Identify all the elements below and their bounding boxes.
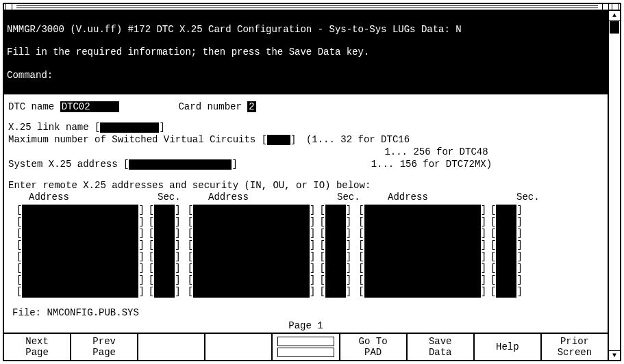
scroll-thumb[interactable] xyxy=(610,21,619,34)
fkey-2[interactable]: PrevPage xyxy=(71,334,138,360)
max-svc-label: Maximum number of Switched Virtual Circu… xyxy=(8,134,262,145)
col-address-3: Address xyxy=(388,192,516,203)
address-field[interactable]: [] xyxy=(358,205,486,216)
fkey-7[interactable]: SaveData xyxy=(408,334,475,360)
window-maximize-icon[interactable] xyxy=(612,3,619,10)
scroll-track[interactable] xyxy=(609,34,620,350)
address-field[interactable]: [] xyxy=(16,239,145,251)
address-field[interactable]: [] xyxy=(358,251,486,263)
dtc-name-label: DTC name xyxy=(8,101,60,112)
scrollbar[interactable]: ▲ ▼ xyxy=(609,11,620,360)
file-label: File: xyxy=(12,307,47,318)
fkey-label-2: Data xyxy=(429,347,452,358)
address-field[interactable]: [] xyxy=(188,263,316,274)
function-keys: NextPagePrevPageGo ToPADSaveDataHelpPrio… xyxy=(4,333,608,360)
security-field[interactable]: [] xyxy=(490,205,523,216)
address-field[interactable]: [] xyxy=(188,228,316,239)
col-sec-1: Sec. xyxy=(158,192,208,203)
address-field[interactable]: [] xyxy=(188,239,316,251)
security-field[interactable]: [] xyxy=(490,286,523,298)
security-field[interactable]: [] xyxy=(149,251,181,263)
address-field[interactable]: [] xyxy=(188,286,316,298)
address-field[interactable]: [] xyxy=(358,274,486,286)
main-panel: NMMGR/3000 (V.uu.ff) #172 DTC X.25 Card … xyxy=(4,11,609,360)
address-field[interactable]: [] xyxy=(188,205,316,216)
command-label: Command: xyxy=(7,70,53,81)
grid-header: Address Sec. Address Sec. Address Sec. xyxy=(8,192,603,203)
col-address-1: Address xyxy=(29,192,158,203)
security-field[interactable]: [] xyxy=(319,274,351,286)
max-svc-hint1: (1... 32 for DTC16 xyxy=(306,134,410,145)
security-field[interactable]: [] xyxy=(319,216,351,228)
security-field[interactable]: [] xyxy=(490,228,523,239)
address-field[interactable]: [] xyxy=(188,251,316,263)
address-field[interactable]: [] xyxy=(16,216,145,228)
address-field[interactable]: [] xyxy=(16,286,145,298)
security-field[interactable]: [] xyxy=(149,228,181,239)
window-menu-icon[interactable] xyxy=(5,3,12,10)
fkey-label-1: Save xyxy=(429,336,452,347)
fkey-label-1: Go To xyxy=(359,336,388,347)
address-field[interactable]: [] xyxy=(16,263,145,274)
address-field[interactable]: [] xyxy=(16,228,145,239)
security-field[interactable]: [] xyxy=(319,251,351,263)
security-field[interactable]: [] xyxy=(319,239,351,251)
dtc-name-field[interactable]: DTC02 xyxy=(60,101,119,113)
fkey-label-2: PAD xyxy=(364,347,382,358)
window-minimize-icon[interactable] xyxy=(602,3,609,10)
max-svc-field[interactable] xyxy=(262,134,297,146)
x25-link-label: X.25 link name xyxy=(8,122,95,133)
fkey-6[interactable]: Go ToPAD xyxy=(340,334,408,360)
card-number-field[interactable]: 2 xyxy=(247,101,255,113)
address-field[interactable]: [] xyxy=(16,274,145,286)
titlebar-decoration xyxy=(16,5,598,8)
fkey-label-1: Next xyxy=(25,336,49,347)
security-field[interactable]: [] xyxy=(149,286,181,298)
fkey-label-1: Prior xyxy=(560,336,589,347)
address-field[interactable]: [] xyxy=(358,239,486,251)
card-number-label: Card number xyxy=(178,101,247,112)
address-field[interactable]: [] xyxy=(188,274,316,286)
security-field[interactable]: [] xyxy=(319,205,351,216)
fkey-9[interactable]: PriorScreen xyxy=(542,334,608,360)
col-sec-3: Sec. xyxy=(516,192,567,203)
page-indicator: Page 1 xyxy=(288,320,323,331)
terminal-window: NMMGR/3000 (V.uu.ff) #172 DTC X.25 Card … xyxy=(3,3,621,361)
security-field[interactable]: [] xyxy=(319,228,351,239)
security-field[interactable]: [] xyxy=(319,286,351,298)
address-grid: [][][][][][][][][][][][][][][][][][][][]… xyxy=(8,205,603,298)
header-block: NMMGR/3000 (V.uu.ff) #172 DTC X.25 Card … xyxy=(4,11,608,94)
address-field[interactable]: [] xyxy=(358,286,486,298)
address-field[interactable]: [] xyxy=(16,251,145,263)
security-field[interactable]: [] xyxy=(490,251,523,263)
security-field[interactable]: [] xyxy=(319,263,351,274)
grid-intro: Enter remote X.25 addresses and security… xyxy=(8,180,371,191)
security-field[interactable]: [] xyxy=(490,274,523,286)
address-field[interactable]: [] xyxy=(16,205,145,216)
fkey-8[interactable]: Help xyxy=(475,334,542,360)
security-field[interactable]: [] xyxy=(490,216,523,228)
fkey-5[interactable] xyxy=(273,334,340,360)
security-field[interactable]: [] xyxy=(490,263,523,274)
sys-x25-addr-field[interactable] xyxy=(123,159,238,170)
file-value: NMCONFIG.PUB.SYS xyxy=(47,307,138,318)
address-field[interactable]: [] xyxy=(188,216,316,228)
header-line1: NMMGR/3000 (V.uu.ff) #172 DTC X.25 Card … xyxy=(7,24,462,35)
header-line2: Fill in the required information; then p… xyxy=(7,47,369,57)
fkey-label-1: Prev xyxy=(92,336,116,347)
security-field[interactable]: [] xyxy=(149,239,181,251)
address-field[interactable]: [] xyxy=(358,216,486,228)
scroll-down-icon[interactable]: ▼ xyxy=(609,350,620,360)
x25-link-field[interactable] xyxy=(95,122,165,133)
scroll-up-icon[interactable]: ▲ xyxy=(609,11,620,21)
security-field[interactable]: [] xyxy=(149,263,181,274)
command-input[interactable] xyxy=(53,70,573,81)
fkey-1[interactable]: NextPage xyxy=(4,334,71,360)
security-field[interactable]: [] xyxy=(149,216,181,228)
fkey-label-2: Page xyxy=(25,347,49,358)
security-field[interactable]: [] xyxy=(149,205,181,216)
security-field[interactable]: [] xyxy=(490,239,523,251)
address-field[interactable]: [] xyxy=(358,263,486,274)
security-field[interactable]: [] xyxy=(149,274,181,286)
address-field[interactable]: [] xyxy=(358,228,486,239)
